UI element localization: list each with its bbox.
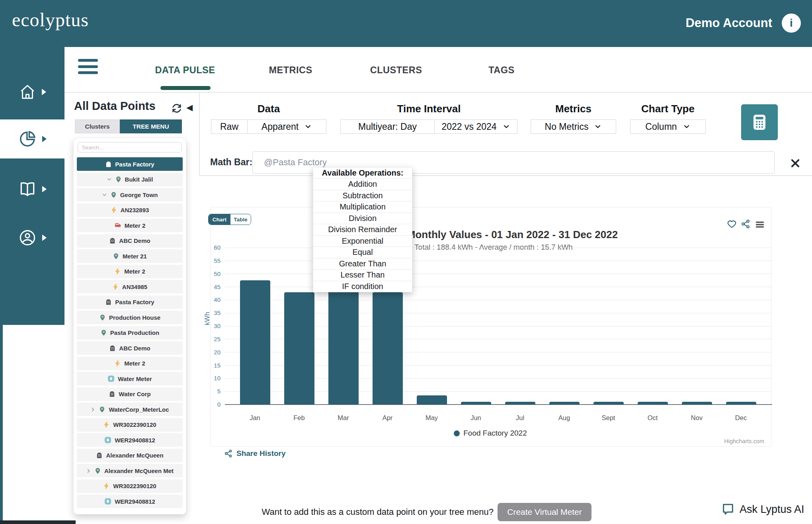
operations-dropdown: Available Operations: AdditionSubtractio…: [313, 167, 412, 292]
bar-May[interactable]: [417, 395, 447, 405]
sidebar-item-home[interactable]: [0, 78, 64, 106]
tree-item[interactable]: WR3022390120: [77, 418, 183, 432]
share-icon[interactable]: [741, 219, 751, 231]
bar-Apr[interactable]: [373, 292, 403, 405]
y-tick-label: 5: [199, 388, 221, 395]
operation-item[interactable]: Greater Than: [313, 258, 412, 270]
tree-item[interactable]: Water Corp: [77, 387, 183, 401]
bar-Jun[interactable]: [461, 402, 491, 405]
drop-icon: [107, 375, 115, 382]
bar-Feb[interactable]: [284, 292, 314, 405]
tree-item[interactable]: Pasta Factory: [77, 295, 183, 309]
sidebar-item-analytics[interactable]: [0, 125, 64, 153]
tree-item[interactable]: ABC Demo: [77, 341, 183, 355]
operation-item[interactable]: Division Remainder: [313, 224, 412, 235]
bar-Aug[interactable]: [549, 402, 580, 405]
tree-item[interactable]: Pasta Production: [77, 326, 183, 340]
tree-item[interactable]: Pasta Factory: [77, 157, 183, 171]
legend-marker: [454, 430, 460, 436]
tree-item[interactable]: WaterCorp_MeterLoc: [77, 403, 183, 416]
tree-item[interactable]: George Town: [77, 188, 183, 201]
operation-item[interactable]: Equal: [313, 246, 412, 258]
tree-item[interactable]: AN232893: [77, 203, 183, 217]
collapse-panel-icon[interactable]: ◀: [186, 103, 193, 112]
tree-item[interactable]: Meter 21: [77, 249, 183, 263]
refresh-icon[interactable]: [171, 103, 182, 115]
calculator-button[interactable]: [741, 104, 778, 140]
operation-item[interactable]: Exponential: [313, 235, 412, 247]
vehicle-icon: [114, 222, 121, 229]
close-icon[interactable]: [790, 158, 801, 170]
operation-item[interactable]: Division: [313, 213, 412, 224]
ask-ai-label: Ask Lyptus AI: [740, 503, 804, 516]
tree-item[interactable]: Meter 2: [77, 265, 183, 278]
clusters-toggle[interactable]: Clusters: [75, 119, 120, 133]
chevron-right-icon[interactable]: [90, 407, 96, 412]
sidebar-item-account[interactable]: [0, 223, 64, 252]
operation-item[interactable]: IF condition: [313, 281, 412, 292]
tree-item[interactable]: ABC Demo: [77, 234, 183, 248]
app-root: ecolyptus Demo Account i DATA PULSE METR…: [0, 0, 812, 524]
tree-item-label: George Town: [120, 192, 158, 198]
tree-item[interactable]: Bukit Jalil: [77, 173, 183, 186]
chevron-down-icon[interactable]: [102, 192, 107, 197]
tree-item[interactable]: Meter 2: [77, 219, 183, 232]
tree-item[interactable]: Alexander McQueen Met: [77, 464, 183, 477]
chevron-down-icon[interactable]: [107, 177, 112, 182]
chart-type-select[interactable]: Column: [630, 120, 705, 133]
tree-item-label: AN34985: [122, 284, 147, 290]
tree-menu-toggle[interactable]: TREE MENU: [120, 119, 182, 133]
search-input[interactable]: [78, 142, 182, 153]
operation-item[interactable]: Multiplication: [313, 201, 412, 213]
bar-Mar[interactable]: [328, 279, 359, 405]
create-virtual-meter-button[interactable]: Create Virtual Meter: [498, 503, 591, 521]
tree-item[interactable]: WER29408812: [77, 495, 183, 508]
legend-label[interactable]: Food Factory 2022: [463, 429, 527, 438]
metrics-label: Metrics: [531, 103, 616, 115]
bar-Jul[interactable]: [505, 402, 535, 405]
tree-item[interactable]: WER29408812: [77, 433, 183, 447]
table-view-button[interactable]: Table: [230, 214, 251, 225]
tab-clusters[interactable]: CLUSTERS: [362, 65, 430, 76]
chevron-right-icon: [42, 136, 47, 142]
bar-Jan[interactable]: [240, 280, 270, 405]
tree-item[interactable]: WR3022390120: [77, 479, 183, 493]
tree-item[interactable]: Water Meter: [77, 372, 183, 385]
share-history-link[interactable]: Share History: [224, 449, 286, 458]
menu-icon[interactable]: [78, 59, 98, 74]
metrics-select[interactable]: No Metrics: [531, 120, 616, 133]
tab-data-pulse[interactable]: DATA PULSE: [151, 65, 219, 76]
chevron-right-icon[interactable]: [86, 468, 91, 473]
ask-ai-widget[interactable]: Ask Lyptus AI: [721, 502, 804, 516]
bar-Dec[interactable]: [726, 402, 756, 405]
tab-tags[interactable]: TAGS: [468, 65, 535, 76]
chart-view-button[interactable]: Chart: [209, 214, 230, 225]
bar-Sept[interactable]: [593, 402, 624, 405]
interval-select[interactable]: 2022 vs 2024: [434, 120, 517, 133]
chart-menu-icon[interactable]: [755, 219, 765, 231]
interval-mode[interactable]: Multiyear: Day: [341, 120, 434, 133]
chevron-down-icon: [683, 123, 691, 131]
operation-item[interactable]: Lesser Than: [313, 269, 412, 281]
x-tick-label: Nov: [675, 414, 719, 422]
operation-item[interactable]: Addition: [313, 178, 412, 190]
bar-Nov[interactable]: [682, 402, 712, 405]
x-tick-label: Apr: [365, 414, 410, 422]
data-raw-option[interactable]: Raw: [211, 120, 247, 133]
tree-item[interactable]: AN34985: [77, 280, 183, 293]
sidebar-item-library[interactable]: [0, 175, 64, 203]
tab-metrics[interactable]: METRICS: [257, 65, 324, 76]
tree-item[interactable]: Alexander McQueen: [77, 449, 183, 462]
tree-item[interactable]: Meter 2: [77, 357, 183, 370]
y-tick-label: 55: [199, 257, 221, 264]
x-tick-label: Feb: [277, 414, 321, 422]
tree-item[interactable]: Production House: [77, 311, 183, 324]
highcharts-credit[interactable]: Highcharts.com: [712, 438, 764, 444]
info-icon[interactable]: i: [782, 14, 801, 33]
bar-Oct[interactable]: [638, 402, 668, 405]
chart-type-label: Chart Type: [630, 103, 706, 115]
operation-item[interactable]: Subtraction: [313, 190, 412, 201]
favorite-heart-icon[interactable]: [727, 219, 737, 231]
data-select[interactable]: Apparent: [247, 120, 326, 133]
share-history-label: Share History: [236, 449, 286, 458]
